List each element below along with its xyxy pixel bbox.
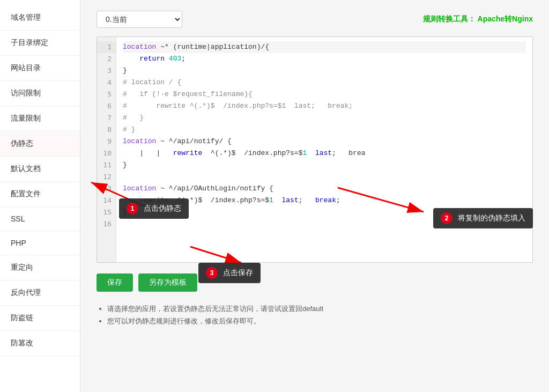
sidebar: 域名管理 子目录绑定 网站目录 访问限制 流量限制 伪静态 默认文档 配置文件 … <box>0 0 80 392</box>
sidebar-item-php[interactable]: PHP <box>0 231 80 255</box>
code-line <box>123 171 526 183</box>
code-line <box>123 218 526 230</box>
code-content[interactable]: location ~* (runtime|application)/{ retu… <box>116 37 532 262</box>
code-editor[interactable]: 12345678910111213141516 location ~* (run… <box>97 37 532 262</box>
line-number: 14 <box>97 195 116 206</box>
line-number: 15 <box>97 206 116 218</box>
code-line: } <box>123 65 526 77</box>
sidebar-item-traffic[interactable]: 流量限制 <box>0 106 80 131</box>
save-template-button[interactable]: 另存为模板 <box>138 273 197 292</box>
sidebar-item-subdir[interactable]: 子目录绑定 <box>0 31 80 56</box>
line-number: 8 <box>97 124 116 136</box>
top-bar: 0.当前 规则转换工具： Apache转Nginx <box>97 11 533 28</box>
code-line: | | rewrite ^(.*)$ /index.php?s=$1 last;… <box>123 147 526 159</box>
notes-section: 请选择您的应用，若设置伪静态后无法正常访问，请尝试设置回default您可以对伪… <box>97 302 533 328</box>
converter-link[interactable]: Apache转Nginx <box>478 14 533 23</box>
line-number: 4 <box>97 77 116 88</box>
code-line: location ~ ^/api/OAuthLogin/notify { <box>123 183 526 195</box>
sidebar-item-pseudostatic[interactable]: 伪静态 <box>0 131 80 157</box>
sidebar-item-domain[interactable]: 域名管理 <box>0 5 80 31</box>
code-line: } <box>123 159 526 171</box>
code-line: } <box>123 206 526 218</box>
code-line: location ~* (runtime|application)/{ <box>123 41 526 53</box>
converter-label: 规则转换工具： Apache转Nginx <box>423 14 533 24</box>
code-line: # } <box>123 124 526 136</box>
code-line: # if (!-e $request_filename){ <box>123 88 526 100</box>
code-editor-wrapper: 12345678910111213141516 location ~* (run… <box>97 36 533 263</box>
button-row: 保存 另存为模板 <box>97 273 533 292</box>
sidebar-item-redirect[interactable]: 重定向 <box>0 255 80 280</box>
line-number: 9 <box>97 136 116 147</box>
line-number: 10 <box>97 147 116 159</box>
sidebar-item-reverseproxy[interactable]: 反向代理 <box>0 280 80 306</box>
code-line: # location / { <box>123 77 526 88</box>
line-number: 1 <box>97 41 116 53</box>
sidebar-item-config[interactable]: 配置文件 <box>0 182 80 207</box>
version-select[interactable]: 0.当前 <box>97 11 182 28</box>
code-line: rewrite ^(.*)$ /index.php?s=$1 last; bre… <box>123 195 526 206</box>
sidebar-item-defaultdoc[interactable]: 默认文档 <box>0 157 80 182</box>
line-number: 5 <box>97 88 116 100</box>
code-line: # } <box>123 112 526 124</box>
note-item: 请选择您的应用，若设置伪静态后无法正常访问，请尝试设置回default <box>107 302 533 315</box>
line-number: 7 <box>97 112 116 124</box>
save-button[interactable]: 保存 <box>97 273 133 292</box>
line-number: 11 <box>97 159 116 171</box>
line-number: 16 <box>97 218 116 230</box>
sidebar-item-webdir[interactable]: 网站目录 <box>0 56 80 81</box>
line-number: 12 <box>97 171 116 183</box>
code-line: return 403; <box>123 53 526 65</box>
sidebar-item-antileech[interactable]: 防盗链 <box>0 306 80 331</box>
sidebar-item-ssl[interactable]: SSL <box>0 207 80 231</box>
main-content: 0.当前 规则转换工具： Apache转Nginx 12345678910111… <box>80 0 549 392</box>
line-number: 13 <box>97 183 116 195</box>
line-numbers: 12345678910111213141516 <box>97 37 116 262</box>
line-number: 3 <box>97 65 116 77</box>
sidebar-item-access[interactable]: 访问限制 <box>0 81 80 106</box>
code-line: location ~ ^/api/notify/ { <box>123 136 526 147</box>
note-item: 您可以对伪静态规则进行修改，修改后保存即可。 <box>107 315 533 327</box>
sidebar-item-antitamper[interactable]: 防篡改 <box>0 331 80 356</box>
line-number: 6 <box>97 100 116 112</box>
line-number: 2 <box>97 53 116 65</box>
code-line: # rewrite ^(.*)$ /index.php?s=$1 last; b… <box>123 100 526 112</box>
